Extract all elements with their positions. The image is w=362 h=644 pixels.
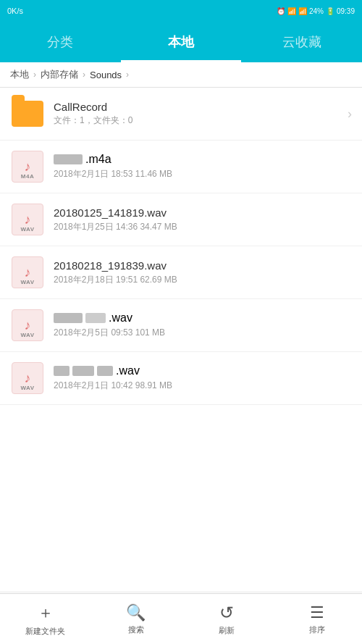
chevron-right-icon: › bbox=[348, 106, 352, 122]
file-info: 20180125_141819.wav 2018年1月25日 14:36 34.… bbox=[54, 206, 352, 233]
file-name-row: .m4a bbox=[54, 153, 352, 166]
toolbar-sort[interactable]: ☰ 排序 bbox=[272, 594, 362, 644]
search-icon: 🔍 bbox=[126, 603, 146, 622]
file-ext: .wav bbox=[116, 364, 140, 377]
signal-icon: 📶 bbox=[298, 7, 307, 15]
file-info: .m4a 2018年2月1日 18:53 11.46 MB bbox=[54, 153, 352, 180]
network-speed: 0K/s bbox=[7, 7, 23, 15]
list-item[interactable]: ♪ M4A .m4a 2018年2月1日 18:53 11.46 MB bbox=[0, 141, 362, 193]
breadcrumb-sep-1: › bbox=[33, 70, 36, 80]
blurred-name-part2 bbox=[85, 313, 106, 323]
toolbar-new-folder[interactable]: ＋ 新建文件夹 bbox=[0, 594, 90, 644]
file-name: 20180218_191839.wav bbox=[54, 259, 352, 272]
blurred-name-part3 bbox=[97, 366, 113, 376]
list-item[interactable]: ♪ WAV 20180218_191839.wav 2018年2月18日 19:… bbox=[0, 246, 362, 299]
battery-icon: 🔋 bbox=[326, 7, 334, 15]
file-info: .wav 2018年2月1日 10:42 98.91 MB bbox=[54, 364, 352, 392]
blurred-name-part1 bbox=[54, 366, 70, 376]
breadcrumb-sep-3: › bbox=[126, 70, 129, 80]
file-type-label: WAV bbox=[20, 226, 34, 233]
file-info: 20180218_191839.wav 2018年2月18日 19:51 62.… bbox=[54, 259, 352, 286]
breadcrumb-sep-2: › bbox=[83, 70, 85, 80]
sort-icon: ☰ bbox=[310, 603, 324, 622]
file-meta: 2018年2月1日 10:42 98.91 MB bbox=[54, 380, 352, 392]
folder-meta: 文件：1，文件夹：0 bbox=[54, 114, 342, 127]
add-icon: ＋ bbox=[38, 602, 54, 624]
status-bar: 0K/s ⏰ 📶 📶 24% 🔋 09:39 bbox=[0, 0, 362, 22]
file-meta: 2018年1月25日 14:36 34.47 MB bbox=[54, 221, 352, 233]
file-name: CallRecord bbox=[54, 101, 342, 113]
breadcrumb-local[interactable]: 本地 bbox=[10, 68, 29, 81]
refresh-icon: ↺ bbox=[219, 603, 234, 623]
file-type-label: M4A bbox=[21, 173, 34, 180]
toolbar-search-label: 搜索 bbox=[128, 624, 144, 635]
file-type-label: WAV bbox=[20, 332, 34, 338]
battery-text: 24% bbox=[309, 7, 324, 15]
tab-local[interactable]: 本地 bbox=[121, 22, 242, 62]
list-item[interactable]: ♪ WAV 20180125_141819.wav 2018年1月25日 14:… bbox=[0, 193, 362, 246]
file-meta: 2018年2月1日 18:53 11.46 MB bbox=[54, 168, 352, 180]
file-ext: .m4a bbox=[85, 153, 111, 166]
audio-file-icon: ♪ M4A bbox=[10, 149, 45, 184]
list-item[interactable]: CallRecord 文件：1，文件夹：0 › bbox=[0, 88, 362, 141]
blurred-name-part2 bbox=[72, 366, 94, 376]
music-note-icon: ♪ bbox=[25, 159, 31, 175]
breadcrumb-internal[interactable]: 内部存储 bbox=[41, 68, 78, 81]
file-list: CallRecord 文件：1，文件夹：0 › ♪ M4A .m4a 2018年… bbox=[0, 88, 362, 591]
blurred-name-part bbox=[54, 154, 83, 164]
audio-file-icon: ♪ WAV bbox=[10, 361, 45, 396]
file-info: .wav 2018年2月5日 09:53 101 MB bbox=[54, 311, 352, 339]
file-meta: 2018年2月5日 09:53 101 MB bbox=[54, 327, 352, 339]
clock: 09:39 bbox=[337, 7, 355, 15]
tab-cloud[interactable]: 云收藏 bbox=[241, 22, 362, 62]
file-info: CallRecord 文件：1，文件夹：0 bbox=[54, 101, 342, 127]
bottom-toolbar: ＋ 新建文件夹 🔍 搜索 ↺ 刷新 ☰ 排序 bbox=[0, 593, 362, 644]
alarm-icon: ⏰ bbox=[277, 7, 285, 15]
list-item[interactable]: ♪ WAV .wav 2018年2月1日 10:42 98.91 MB bbox=[0, 352, 362, 405]
music-note-icon: ♪ bbox=[25, 265, 31, 280]
file-ext: .wav bbox=[109, 311, 132, 325]
wifi-icon: 📶 bbox=[287, 7, 296, 15]
folder-icon bbox=[10, 96, 45, 131]
audio-file-icon: ♪ WAV bbox=[10, 308, 45, 343]
file-type-label: WAV bbox=[20, 279, 34, 285]
file-name: 20180125_141819.wav bbox=[54, 206, 352, 219]
breadcrumb: 本地 › 内部存储 › Sounds › bbox=[0, 62, 362, 88]
toolbar-search[interactable]: 🔍 搜索 bbox=[90, 594, 181, 644]
blurred-name-part bbox=[54, 313, 83, 323]
tab-navigation: 分类 本地 云收藏 bbox=[0, 22, 362, 62]
audio-file-icon: ♪ WAV bbox=[10, 255, 45, 290]
tab-cloud-label: 云收藏 bbox=[282, 33, 321, 51]
breadcrumb-sounds[interactable]: Sounds bbox=[90, 70, 122, 80]
file-name-row: .wav bbox=[54, 364, 352, 377]
tab-classify-label: 分类 bbox=[47, 33, 73, 51]
music-note-icon: ♪ bbox=[25, 212, 31, 227]
tab-classify[interactable]: 分类 bbox=[0, 22, 121, 62]
toolbar-new-folder-label: 新建文件夹 bbox=[25, 626, 65, 637]
file-type-label: WAV bbox=[20, 385, 34, 391]
toolbar-refresh-label: 刷新 bbox=[219, 625, 235, 636]
music-note-icon: ♪ bbox=[25, 318, 31, 333]
file-meta: 2018年2月18日 19:51 62.69 MB bbox=[54, 274, 352, 286]
toolbar-refresh[interactable]: ↺ 刷新 bbox=[181, 594, 272, 644]
list-item[interactable]: ♪ WAV .wav 2018年2月5日 09:53 101 MB bbox=[0, 299, 362, 352]
toolbar-sort-label: 排序 bbox=[309, 624, 325, 635]
tab-local-label: 本地 bbox=[168, 33, 194, 51]
music-note-icon: ♪ bbox=[25, 371, 31, 386]
audio-file-icon: ♪ WAV bbox=[10, 202, 45, 237]
file-name-row: .wav bbox=[54, 311, 352, 325]
status-icons: ⏰ 📶 📶 24% 🔋 09:39 bbox=[277, 7, 355, 15]
